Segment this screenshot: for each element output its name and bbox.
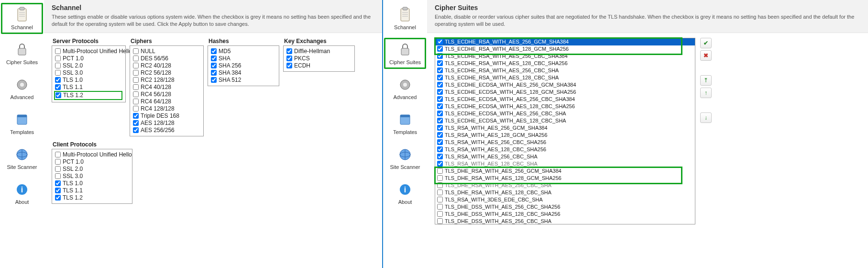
option-checkbox[interactable] bbox=[55, 152, 61, 157]
option-checkbox[interactable] bbox=[55, 173, 61, 179]
option-checkbox[interactable] bbox=[55, 63, 61, 68]
option-checkbox[interactable] bbox=[211, 48, 217, 54]
option-checkbox[interactable] bbox=[55, 56, 61, 61]
option-checkbox[interactable] bbox=[133, 84, 139, 90]
option-row[interactable]: PCT 1.0 bbox=[55, 158, 129, 166]
cipher-suite-row[interactable]: TLS_RSA_WITH_AES_256_CBC_SHA256 bbox=[435, 139, 695, 146]
option-checkbox[interactable] bbox=[133, 70, 139, 76]
option-row[interactable]: TLS 1.0 bbox=[55, 77, 122, 84]
cipher-suite-checkbox[interactable] bbox=[437, 146, 443, 152]
option-checkbox[interactable] bbox=[55, 195, 61, 201]
option-checkbox[interactable] bbox=[133, 113, 139, 119]
option-checkbox[interactable] bbox=[55, 188, 61, 193]
sidebar-item-schannel[interactable]: Schannel bbox=[384, 3, 426, 34]
option-row[interactable]: RC2 56/128 bbox=[133, 69, 200, 77]
sidebar-item-advanced[interactable]: Advanced bbox=[1, 73, 43, 104]
option-checkbox[interactable] bbox=[286, 63, 292, 68]
option-checkbox[interactable] bbox=[211, 56, 217, 61]
option-row[interactable]: SHA 512 bbox=[211, 77, 276, 84]
cipher-suite-row[interactable]: TLS_ECDHE_ECDSA_WITH_AES_256_CBC_SHA bbox=[435, 110, 695, 117]
sidebar-item-site-scanner[interactable]: Site Scanner bbox=[384, 143, 426, 174]
cipher-suite-row[interactable]: TLS_RSA_WITH_AES_128_CBC_SHA bbox=[435, 160, 695, 168]
cipher-suite-row[interactable]: TLS_ECDHE_ECDSA_WITH_AES_256_GCM_SHA384 bbox=[435, 81, 695, 89]
cipher-suite-checkbox[interactable] bbox=[437, 60, 443, 66]
cipher-suite-row[interactable]: TLS_DHE_RSA_WITH_AES_128_CBC_SHA bbox=[435, 189, 695, 196]
option-row[interactable]: TLS 1.0 bbox=[55, 180, 129, 187]
sidebar-item-templates[interactable]: Templates bbox=[384, 108, 426, 139]
option-row[interactable]: TLS 1.1 bbox=[55, 187, 129, 194]
option-row[interactable]: PCT 1.0 bbox=[55, 55, 122, 62]
cipher-suite-checkbox[interactable] bbox=[437, 46, 443, 52]
disable-button[interactable]: ✖ bbox=[700, 50, 712, 61]
option-row[interactable]: RC4 128/128 bbox=[133, 105, 200, 112]
cipher-suite-checkbox[interactable] bbox=[437, 118, 443, 123]
cipher-suite-checkbox[interactable] bbox=[437, 154, 443, 159]
option-row[interactable]: Triple DES 168 bbox=[133, 112, 200, 120]
cipher-suite-row[interactable]: TLS_ECDHE_ECDSA_WITH_AES_128_CBC_SHA256 bbox=[435, 103, 695, 110]
option-row[interactable]: SSL 3.0 bbox=[55, 173, 129, 180]
cipher-suite-checkbox[interactable] bbox=[437, 82, 443, 88]
cipher-suite-checkbox[interactable] bbox=[437, 175, 443, 181]
option-checkbox[interactable] bbox=[286, 56, 292, 61]
cipher-suite-checkbox[interactable] bbox=[437, 182, 443, 188]
option-checkbox[interactable] bbox=[55, 180, 61, 186]
sidebar-item-schannel[interactable]: Schannel bbox=[1, 3, 43, 34]
cipher-suite-checkbox[interactable] bbox=[437, 53, 443, 59]
cipher-suite-row[interactable]: TLS_ECDHE_RSA_WITH_AES_256_GCM_SHA384 bbox=[435, 38, 695, 45]
sidebar-item-cipher-suites[interactable]: Cipher Suites bbox=[1, 38, 43, 69]
cipher-suite-row[interactable]: TLS_ECDHE_RSA_WITH_AES_256_CBC_SHA384 bbox=[435, 53, 695, 60]
cipher-suite-row[interactable]: TLS_RSA_WITH_AES_128_GCM_SHA256 bbox=[435, 132, 695, 139]
cipher-suite-row[interactable]: TLS_RSA_WITH_3DES_EDE_CBC_SHA bbox=[435, 196, 695, 203]
option-row[interactable]: Multi-Protocol Unified Hello bbox=[55, 151, 129, 158]
option-checkbox[interactable] bbox=[133, 77, 139, 83]
cipher-suite-checkbox[interactable] bbox=[437, 111, 443, 116]
sidebar-item-about[interactable]: iAbout bbox=[384, 178, 426, 209]
option-row[interactable]: SSL 2.0 bbox=[55, 62, 122, 69]
cipher-suite-checkbox[interactable] bbox=[437, 67, 443, 73]
cipher-suite-checkbox[interactable] bbox=[437, 168, 443, 174]
cipher-suite-checkbox[interactable] bbox=[437, 204, 443, 210]
option-checkbox[interactable] bbox=[133, 127, 139, 133]
cipher-suite-row[interactable]: TLS_DHE_DSS_WITH_AES_256_CBC_SHA bbox=[435, 218, 695, 224]
cipher-suite-checkbox[interactable] bbox=[437, 96, 443, 102]
option-row[interactable]: SHA 384 bbox=[211, 69, 276, 77]
option-row[interactable]: RC4 64/128 bbox=[133, 98, 200, 105]
option-checkbox[interactable] bbox=[133, 91, 139, 97]
option-row[interactable]: SSL 3.0 bbox=[55, 69, 122, 77]
cipher-suite-row[interactable]: TLS_ECDHE_ECDSA_WITH_AES_256_CBC_SHA384 bbox=[435, 96, 695, 103]
option-row[interactable]: NULL bbox=[133, 48, 200, 55]
option-checkbox[interactable] bbox=[133, 120, 139, 126]
sidebar-item-site-scanner[interactable]: Site Scanner bbox=[1, 143, 43, 174]
cipher-suite-checkbox[interactable] bbox=[437, 139, 443, 145]
cipher-suite-row[interactable]: TLS_DHE_RSA_WITH_AES_128_GCM_SHA256 bbox=[435, 175, 695, 182]
sidebar-item-templates[interactable]: Templates bbox=[1, 108, 43, 139]
cipher-suite-checkbox[interactable] bbox=[437, 197, 443, 202]
cipher-suite-row[interactable]: TLS_ECDHE_ECDSA_WITH_AES_128_GCM_SHA256 bbox=[435, 89, 695, 96]
cipher-suite-row[interactable]: TLS_RSA_WITH_AES_256_GCM_SHA384 bbox=[435, 124, 695, 132]
cipher-suite-checkbox[interactable] bbox=[437, 190, 443, 195]
option-row[interactable]: DES 56/56 bbox=[133, 55, 200, 62]
cipher-suite-checkbox[interactable] bbox=[437, 103, 443, 109]
option-row[interactable]: SHA bbox=[211, 55, 276, 62]
cipher-suite-checkbox[interactable] bbox=[437, 125, 443, 131]
cipher-suite-checkbox[interactable] bbox=[437, 218, 443, 224]
cipher-suite-row[interactable]: TLS_ECDHE_RSA_WITH_AES_128_GCM_SHA256 bbox=[435, 45, 695, 53]
cipher-suite-checkbox[interactable] bbox=[437, 132, 443, 138]
option-row[interactable]: TLS 1.1 bbox=[55, 84, 122, 91]
option-row[interactable]: RC2 128/128 bbox=[133, 77, 200, 84]
cipher-suite-row[interactable]: TLS_RSA_WITH_AES_256_CBC_SHA bbox=[435, 153, 695, 160]
cipher-suite-row[interactable]: TLS_DHE_RSA_WITH_AES_256_GCM_SHA384 bbox=[435, 168, 695, 175]
move-up-button[interactable]: ↑ bbox=[700, 88, 712, 98]
option-checkbox[interactable] bbox=[55, 84, 61, 90]
option-row[interactable]: RC2 40/128 bbox=[133, 62, 200, 69]
option-row[interactable]: TLS 1.2 bbox=[55, 194, 129, 201]
option-row[interactable]: PKCS bbox=[286, 55, 352, 62]
option-checkbox[interactable] bbox=[55, 92, 61, 98]
option-row[interactable]: AES 128/128 bbox=[133, 120, 200, 127]
option-checkbox[interactable] bbox=[211, 77, 217, 83]
cipher-suite-row[interactable]: TLS_RSA_WITH_AES_128_CBC_SHA256 bbox=[435, 146, 695, 153]
option-row[interactable]: ECDH bbox=[286, 62, 352, 69]
enable-button[interactable]: ✔ bbox=[700, 38, 712, 48]
cipher-suite-row[interactable]: TLS_DHE_RSA_WITH_AES_256_CBC_SHA bbox=[435, 182, 695, 189]
option-row[interactable]: TLS 1.2 bbox=[54, 91, 122, 100]
